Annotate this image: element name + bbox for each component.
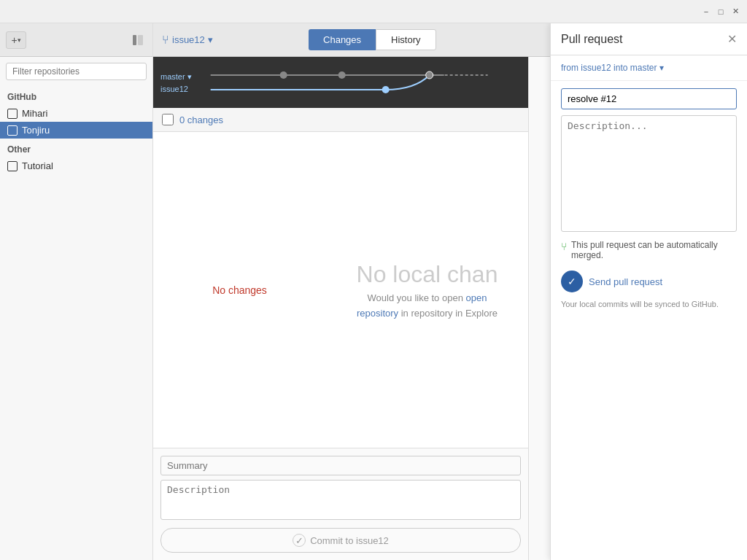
pr-merge-notice-text: This pull request can be automatically m… (571, 240, 737, 260)
pr-from-branch[interactable]: issue12 (581, 63, 611, 73)
pr-into-label: into (614, 63, 627, 73)
tab-group: Changes History (309, 29, 436, 50)
app-body: + ▾ GitHub Mihari Tonjiru Other Tutor (0, 23, 747, 560)
open-explorer-link[interactable]: open (466, 292, 487, 303)
maximize-btn[interactable]: □ (715, 6, 727, 18)
chevron-down-icon: ▾ (18, 36, 21, 44)
changes-panel: master ▾ issue12 (153, 57, 529, 560)
repo-icon-tonjiru (7, 125, 18, 136)
titlebar: − □ ✕ (0, 0, 747, 23)
send-pr-icon: ✓ (561, 271, 583, 292)
pr-title-input[interactable] (561, 88, 737, 109)
tab-history[interactable]: History (376, 29, 436, 50)
sidebar-item-tonjiru[interactable]: Tonjiru (0, 122, 152, 139)
pr-from-into: from issue12 into master ▾ (551, 57, 747, 81)
filter-repos-input[interactable] (6, 63, 147, 80)
changes-count: 0 changes (179, 114, 223, 125)
layout-icon (132, 34, 144, 46)
content-split: master ▾ issue12 (153, 57, 747, 560)
svg-point-5 (338, 71, 345, 79)
branch-graph-svg (192, 61, 521, 104)
sidebar-item-mihari[interactable]: Mihari (0, 105, 152, 122)
branch-icon: ⑂ (162, 34, 169, 47)
pr-into-dropdown-icon[interactable]: ▾ (659, 63, 664, 73)
sidebar-item-label-mihari: Mihari (22, 108, 47, 119)
add-repo-button[interactable]: + ▾ (6, 31, 26, 49)
branch-name: issue12 (172, 34, 205, 45)
sidebar-toolbar: + ▾ (0, 23, 152, 57)
svg-rect-1 (138, 35, 143, 45)
send-pr-label: Send pull request (589, 276, 662, 287)
pr-sync-note: Your local commits will be synced to Git… (561, 297, 737, 311)
select-all-checkbox[interactable] (162, 114, 174, 125)
issue12-branch-label[interactable]: issue12 (160, 85, 192, 93)
sidebar-item-label-tutorial: Tutorial (22, 160, 53, 171)
commit-btn-label: Commit to issue12 (310, 535, 389, 546)
sidebar-item-tutorial[interactable]: Tutorial (0, 158, 152, 174)
commit-footer: ✓ Commit to issue12 (153, 448, 528, 560)
close-btn[interactable]: ✕ (729, 6, 741, 18)
svg-point-7 (382, 86, 389, 93)
no-local-sub: Would you like to open open (368, 292, 487, 303)
github-section-header: GitHub (0, 86, 152, 105)
branch-dropdown-icon: ▾ (208, 34, 213, 45)
repo-icon-mihari (7, 109, 18, 119)
master-branch-label[interactable]: master ▾ (160, 72, 192, 82)
sidebar: + ▾ GitHub Mihari Tonjiru Other Tutor (0, 23, 153, 560)
merge-check-icon: ⑂ (561, 241, 567, 252)
branch-selector[interactable]: ⑂ issue12 ▾ (162, 34, 213, 47)
pr-from-label: from (561, 63, 578, 73)
svg-point-4 (279, 71, 287, 79)
summary-input[interactable] (160, 456, 521, 475)
pr-merge-notice: ⑂ This pull request can be automatically… (561, 234, 737, 266)
pr-into-branch[interactable]: master (630, 63, 657, 73)
no-local-area: No local chan Would you like to open ope… (326, 132, 528, 448)
sidebar-search-container (0, 57, 152, 86)
send-pr-button[interactable]: ✓ Send pull request (561, 266, 737, 297)
no-local-heading: No local chan (357, 261, 498, 288)
branch-labels: master ▾ issue12 (160, 72, 192, 93)
no-changes-area: No changes (153, 132, 326, 448)
pr-panel: Pull request ✕ from issue12 into master … (550, 57, 747, 560)
commit-button[interactable]: ✓ Commit to issue12 (160, 528, 521, 553)
main-area: ⑂ issue12 ▾ Changes History ⑂ Pull reque… (153, 23, 747, 560)
no-local-sub2: repository in repository in Explore (357, 308, 498, 319)
commit-check-icon: ✓ (293, 534, 306, 547)
repo-icon-tutorial (7, 161, 18, 171)
plus-icon: + (11, 34, 17, 46)
other-section-header: Other (0, 139, 152, 158)
description-textarea[interactable] (160, 480, 521, 520)
no-changes-text: No changes (212, 284, 267, 296)
minimize-btn[interactable]: − (700, 6, 712, 18)
tab-changes[interactable]: Changes (309, 29, 376, 50)
pr-body: ⑂ This pull request can be automatically… (551, 81, 747, 560)
graph-area: master ▾ issue12 (153, 57, 528, 108)
repository-link[interactable]: repository (357, 308, 398, 319)
sidebar-toggle-button[interactable] (129, 31, 147, 49)
changes-body: No changes No local chan Would you like … (153, 132, 528, 448)
pr-description-textarea[interactable] (561, 115, 737, 232)
svg-rect-0 (133, 35, 136, 45)
sidebar-item-label-tonjiru: Tonjiru (22, 125, 50, 136)
changes-header: 0 changes (153, 108, 528, 132)
